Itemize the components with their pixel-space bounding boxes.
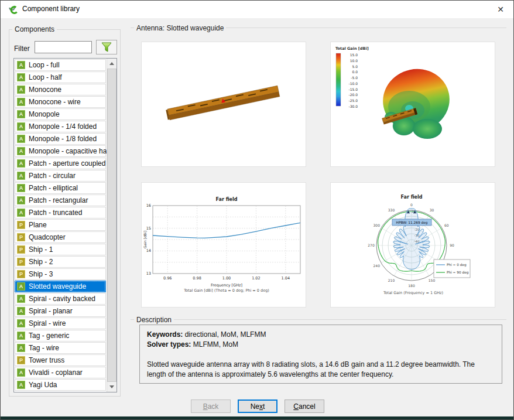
- list-item[interactable]: ASpiral - wire: [15, 317, 106, 329]
- list-item-label: Loop - full: [29, 61, 60, 69]
- list-item[interactable]: ASpiral - cavity backed: [15, 293, 106, 305]
- close-button[interactable]: ✕: [492, 3, 509, 16]
- list-item[interactable]: ATag - wire: [15, 342, 106, 354]
- preview-group-title: Antenna: Slotted waveguide: [134, 24, 226, 32]
- list-item[interactable]: APatch - truncated: [15, 207, 106, 218]
- list-item[interactable]: APatch - elliptical: [15, 182, 106, 194]
- svg-text:90: 90: [450, 243, 454, 247]
- list-item-label: Monopole - capacitive hat: [29, 147, 109, 155]
- svg-text:240: 240: [373, 264, 381, 268]
- list-item[interactable]: APatch - circular: [15, 170, 106, 182]
- list-item[interactable]: AMonocone: [15, 84, 106, 95]
- far-field-polar-chart: Far field0306090120150180210240270300330…: [331, 183, 495, 307]
- svg-text:Far field: Far field: [216, 197, 238, 202]
- antenna-type-icon: A: [17, 282, 25, 291]
- svg-text:1.02: 1.02: [252, 276, 260, 281]
- list-item[interactable]: PShip - 1: [15, 244, 106, 255]
- list-item[interactable]: AMonopole - 1/4 folded: [15, 121, 106, 132]
- platform-type-icon: P: [17, 258, 25, 266]
- list-item[interactable]: AMonopole: [15, 108, 106, 120]
- list-item[interactable]: PShip - 3: [15, 268, 106, 280]
- svg-text:-10.0: -10.0: [348, 81, 358, 86]
- next-button[interactable]: Next: [238, 399, 277, 413]
- list-item[interactable]: APatch - rectangular: [15, 194, 106, 206]
- svg-text:0.98: 0.98: [193, 276, 201, 281]
- list-item-label: Patch - rectangular: [29, 196, 88, 204]
- antenna-type-icon: A: [17, 307, 25, 315]
- list-item[interactable]: AYagi Uda: [15, 379, 106, 391]
- svg-text:210: 210: [388, 278, 395, 282]
- antenna-type-icon: A: [17, 209, 25, 217]
- svg-text:Frequency [GHz]: Frequency [GHz]: [211, 283, 242, 288]
- list-item[interactable]: ALoop - full: [15, 59, 106, 71]
- list-item-label: Tag - wire: [29, 344, 59, 352]
- window-title: Component library: [22, 5, 80, 13]
- scroll-thumb[interactable]: [107, 69, 116, 382]
- preview-3d-gain-pattern: Total Gain [dBi]15.010.05.00.0-5.0-10.0-…: [330, 42, 495, 167]
- scroll-up-button[interactable]: [107, 59, 116, 69]
- svg-text:1.04: 1.04: [282, 276, 290, 281]
- far-field-line-chart: Far field0.960.981.001.021.0413141516Gai…: [142, 183, 306, 307]
- list-item-label: Spiral - wire: [29, 319, 66, 327]
- list-item[interactable]: ALoop - half: [15, 71, 106, 83]
- scroll-down-button[interactable]: [107, 382, 116, 392]
- svg-text:14: 14: [146, 248, 151, 253]
- preview-gain-vs-frequency-chart: Far field0.960.981.001.021.0413141516Gai…: [141, 182, 306, 308]
- list-item[interactable]: APatch - aperture coupled: [15, 158, 106, 169]
- antenna-type-icon: A: [17, 98, 25, 106]
- list-item[interactable]: AMonopole - 1/8 folded: [15, 133, 106, 145]
- filter-input[interactable]: [35, 41, 92, 53]
- svg-text:15: 15: [146, 226, 151, 231]
- svg-text:-5.0: -5.0: [351, 76, 358, 80]
- list-item[interactable]: ASlotted waveguide: [15, 281, 106, 292]
- description-group-line: [131, 319, 506, 320]
- scrollbar[interactable]: [107, 59, 116, 392]
- list-item[interactable]: ATag - generic: [15, 330, 106, 342]
- antenna-type-icon: A: [17, 159, 25, 168]
- list-item-label: Tag - generic: [29, 332, 69, 340]
- list-item[interactable]: AMonocone - wire: [15, 96, 106, 108]
- svg-text:1.00: 1.00: [222, 276, 231, 281]
- list-item[interactable]: PTower truss: [15, 354, 106, 366]
- filter-button[interactable]: [96, 40, 117, 54]
- cancel-button[interactable]: Cancel: [285, 399, 324, 413]
- antenna-type-icon: A: [17, 368, 25, 377]
- antenna-type-icon: A: [17, 172, 25, 180]
- antenna-type-icon: A: [17, 122, 25, 131]
- svg-text:-20.0: -20.0: [348, 93, 358, 97]
- list-item-label: Yagi Uda: [29, 381, 57, 389]
- svg-text:16: 16: [146, 203, 151, 208]
- bottom-strip: [1, 416, 513, 419]
- list-item-label: Plane: [29, 221, 47, 229]
- list-item-label: Spiral - cavity backed: [29, 295, 95, 303]
- antenna-type-icon: A: [17, 135, 25, 143]
- antenna-type-icon: A: [17, 147, 25, 155]
- svg-text:13: 13: [146, 271, 151, 276]
- svg-text:Total Gain (Frequency = 1 GHz): Total Gain (Frequency = 1 GHz): [383, 291, 443, 295]
- description-body: Slotted waveguide antenna array with 8 r…: [147, 360, 495, 380]
- svg-text:180: 180: [408, 284, 415, 288]
- component-library-dialog: Component library ✕ Components Filter AL…: [0, 0, 514, 420]
- svg-text:Phi = 0 deg: Phi = 0 deg: [447, 263, 467, 267]
- list-item-label: Ship - 2: [29, 258, 53, 266]
- component-list[interactable]: ALoop - fullALoop - halfAMonoconeAMonoco…: [13, 58, 117, 392]
- list-item[interactable]: ASpiral - planar: [15, 305, 106, 317]
- preview-polar-chart: Far field0306090120150180210240270300330…: [330, 182, 495, 308]
- list-item-label: Monopole: [29, 110, 60, 118]
- description-panel: Keywords: directional, MoM, MLFMM Solver…: [139, 325, 502, 384]
- list-item-label: Ship - 3: [29, 270, 53, 278]
- preview-3d-model: [141, 42, 306, 167]
- list-item-label: Patch - elliptical: [29, 184, 78, 192]
- svg-text:Far field: Far field: [401, 194, 423, 200]
- list-item-label: Patch - truncated: [29, 209, 82, 217]
- list-item[interactable]: AMonopole - capacitive hat: [15, 145, 106, 157]
- list-item[interactable]: PQuadcopter: [15, 231, 106, 243]
- list-item-label: Monopole - 1/8 folded: [29, 135, 97, 143]
- list-item[interactable]: PPlane: [15, 219, 106, 231]
- list-item[interactable]: AVivaldi - coplanar: [15, 367, 106, 378]
- list-item[interactable]: PShip - 2: [15, 256, 106, 268]
- svg-text:-15.0: -15.0: [348, 87, 358, 91]
- svg-text:10.0: 10.0: [350, 59, 358, 63]
- svg-text:300: 300: [373, 223, 381, 227]
- platform-type-icon: P: [17, 270, 25, 278]
